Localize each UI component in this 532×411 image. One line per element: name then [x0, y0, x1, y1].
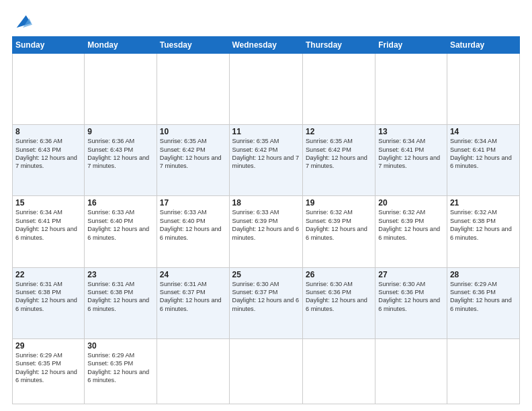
calendar-cell — [85, 54, 157, 125]
column-header-wednesday: Wednesday — [229, 37, 302, 54]
calendar-cell: 21Sunrise: 6:32 AMSunset: 6:38 PMDayligh… — [447, 196, 519, 267]
day-number: 9 — [87, 127, 153, 136]
calendar-cell: 11Sunrise: 6:35 AMSunset: 6:42 PMDayligh… — [229, 125, 302, 196]
day-number: 21 — [450, 198, 517, 208]
calendar-cell: 30Sunrise: 6:29 AMSunset: 6:35 PMDayligh… — [85, 338, 157, 404]
calendar-cell — [375, 54, 447, 125]
day-info: Sunrise: 6:33 AMSunset: 6:40 PMDaylight:… — [160, 209, 222, 240]
calendar-cell: 29Sunrise: 6:29 AMSunset: 6:35 PMDayligh… — [13, 338, 85, 404]
day-info: Sunrise: 6:33 AMSunset: 6:40 PMDaylight:… — [87, 209, 149, 240]
day-info: Sunrise: 6:36 AMSunset: 6:43 PMDaylight:… — [87, 138, 149, 169]
day-info: Sunrise: 6:34 AMSunset: 6:41 PMDaylight:… — [15, 209, 77, 240]
day-number: 19 — [306, 198, 372, 208]
day-info: Sunrise: 6:30 AMSunset: 6:37 PMDaylight:… — [232, 281, 300, 312]
calendar-cell: 14Sunrise: 6:34 AMSunset: 6:41 PMDayligh… — [447, 125, 519, 196]
calendar-cell: 18Sunrise: 6:33 AMSunset: 6:39 PMDayligh… — [229, 196, 302, 267]
calendar-table: SundayMondayTuesdayWednesdayThursdayFrid… — [12, 36, 520, 404]
column-header-tuesday: Tuesday — [157, 37, 229, 54]
calendar-cell — [13, 54, 85, 125]
day-number: 30 — [87, 341, 153, 351]
calendar-cell: 28Sunrise: 6:29 AMSunset: 6:36 PMDayligh… — [447, 267, 519, 338]
day-info: Sunrise: 6:35 AMSunset: 6:42 PMDaylight:… — [160, 138, 222, 169]
calendar-cell — [157, 338, 229, 404]
day-info: Sunrise: 6:32 AMSunset: 6:38 PMDaylight:… — [450, 209, 512, 240]
day-info: Sunrise: 6:29 AMSunset: 6:36 PMDaylight:… — [450, 281, 512, 312]
day-info: Sunrise: 6:35 AMSunset: 6:42 PMDaylight:… — [306, 138, 367, 169]
calendar-cell: 24Sunrise: 6:31 AMSunset: 6:37 PMDayligh… — [157, 267, 229, 338]
day-number: 11 — [232, 127, 300, 136]
day-number: 18 — [232, 198, 300, 208]
day-number: 13 — [378, 127, 444, 136]
logo-icon — [13, 12, 32, 31]
calendar-cell: 17Sunrise: 6:33 AMSunset: 6:40 PMDayligh… — [157, 196, 229, 267]
day-number: 28 — [450, 270, 517, 279]
calendar-week-row: 29Sunrise: 6:29 AMSunset: 6:35 PMDayligh… — [13, 338, 520, 404]
calendar-cell: 13Sunrise: 6:34 AMSunset: 6:41 PMDayligh… — [375, 125, 447, 196]
day-info: Sunrise: 6:34 AMSunset: 6:41 PMDaylight:… — [450, 138, 512, 169]
day-number: 10 — [160, 127, 226, 136]
day-number: 12 — [306, 127, 372, 136]
day-number: 26 — [306, 270, 372, 279]
day-number: 23 — [87, 270, 153, 279]
column-header-saturday: Saturday — [447, 37, 519, 54]
calendar-week-row — [13, 54, 520, 125]
day-number: 24 — [160, 270, 226, 279]
calendar-cell — [302, 54, 375, 125]
calendar-week-row: 22Sunrise: 6:31 AMSunset: 6:38 PMDayligh… — [13, 267, 520, 338]
calendar-cell — [157, 54, 229, 125]
calendar-cell — [229, 338, 302, 404]
calendar-week-row: 8Sunrise: 6:36 AMSunset: 6:43 PMDaylight… — [13, 125, 520, 196]
calendar-cell: 27Sunrise: 6:30 AMSunset: 6:36 PMDayligh… — [375, 267, 447, 338]
day-info: Sunrise: 6:29 AMSunset: 6:35 PMDaylight:… — [15, 352, 77, 383]
calendar-cell — [447, 54, 519, 125]
calendar-week-row: 15Sunrise: 6:34 AMSunset: 6:41 PMDayligh… — [13, 196, 520, 267]
calendar-cell: 9Sunrise: 6:36 AMSunset: 6:43 PMDaylight… — [85, 125, 157, 196]
calendar-cell: 8Sunrise: 6:36 AMSunset: 6:43 PMDaylight… — [13, 125, 85, 196]
day-number: 8 — [15, 127, 81, 136]
page: SundayMondayTuesdayWednesdayThursdayFrid… — [0, 0, 532, 411]
calendar-cell: 26Sunrise: 6:30 AMSunset: 6:36 PMDayligh… — [302, 267, 375, 338]
day-number: 20 — [378, 198, 444, 208]
day-info: Sunrise: 6:32 AMSunset: 6:39 PMDaylight:… — [378, 209, 440, 240]
column-header-monday: Monday — [85, 37, 157, 54]
day-info: Sunrise: 6:35 AMSunset: 6:42 PMDaylight:… — [232, 138, 300, 169]
day-info: Sunrise: 6:36 AMSunset: 6:43 PMDaylight:… — [15, 138, 77, 169]
header — [12, 12, 520, 31]
logo — [12, 12, 32, 31]
calendar-cell: 15Sunrise: 6:34 AMSunset: 6:41 PMDayligh… — [13, 196, 85, 267]
calendar-cell: 22Sunrise: 6:31 AMSunset: 6:38 PMDayligh… — [13, 267, 85, 338]
calendar-cell — [447, 338, 519, 404]
calendar-cell: 10Sunrise: 6:35 AMSunset: 6:42 PMDayligh… — [157, 125, 229, 196]
day-info: Sunrise: 6:31 AMSunset: 6:38 PMDaylight:… — [15, 281, 77, 312]
day-number: 16 — [87, 198, 153, 208]
day-number: 22 — [15, 270, 81, 279]
day-number: 25 — [232, 270, 300, 279]
calendar-cell: 19Sunrise: 6:32 AMSunset: 6:39 PMDayligh… — [302, 196, 375, 267]
calendar-cell: 23Sunrise: 6:31 AMSunset: 6:38 PMDayligh… — [85, 267, 157, 338]
day-info: Sunrise: 6:30 AMSunset: 6:36 PMDaylight:… — [378, 281, 440, 312]
calendar-cell: 20Sunrise: 6:32 AMSunset: 6:39 PMDayligh… — [375, 196, 447, 267]
day-number: 14 — [450, 127, 517, 136]
day-number: 17 — [160, 198, 226, 208]
calendar-cell: 25Sunrise: 6:30 AMSunset: 6:37 PMDayligh… — [229, 267, 302, 338]
calendar-header-row: SundayMondayTuesdayWednesdayThursdayFrid… — [13, 37, 520, 54]
calendar-cell — [302, 338, 375, 404]
column-header-thursday: Thursday — [302, 37, 375, 54]
day-info: Sunrise: 6:34 AMSunset: 6:41 PMDaylight:… — [378, 138, 440, 169]
calendar-cell: 12Sunrise: 6:35 AMSunset: 6:42 PMDayligh… — [302, 125, 375, 196]
day-number: 29 — [15, 341, 81, 351]
day-info: Sunrise: 6:33 AMSunset: 6:39 PMDaylight:… — [232, 209, 300, 240]
day-info: Sunrise: 6:32 AMSunset: 6:39 PMDaylight:… — [306, 209, 367, 240]
calendar-cell — [375, 338, 447, 404]
column-header-friday: Friday — [375, 37, 447, 54]
day-number: 15 — [15, 198, 81, 208]
day-info: Sunrise: 6:30 AMSunset: 6:36 PMDaylight:… — [306, 281, 367, 312]
day-info: Sunrise: 6:31 AMSunset: 6:37 PMDaylight:… — [160, 281, 222, 312]
day-number: 27 — [378, 270, 444, 279]
day-info: Sunrise: 6:29 AMSunset: 6:35 PMDaylight:… — [87, 352, 149, 383]
day-info: Sunrise: 6:31 AMSunset: 6:38 PMDaylight:… — [87, 281, 149, 312]
calendar-cell: 16Sunrise: 6:33 AMSunset: 6:40 PMDayligh… — [85, 196, 157, 267]
column-header-sunday: Sunday — [13, 37, 85, 54]
calendar-cell — [229, 54, 302, 125]
